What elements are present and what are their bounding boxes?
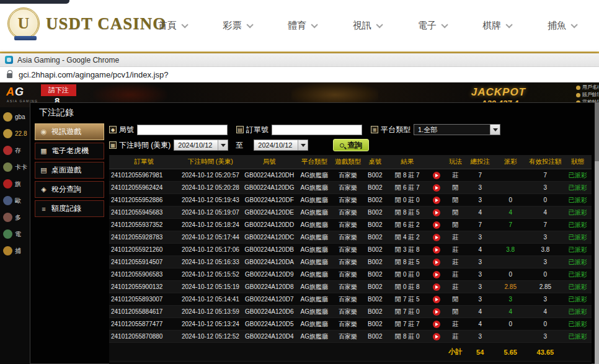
replay-icon[interactable]	[433, 259, 440, 266]
sum-cell: 5.65	[494, 343, 527, 362]
valid-bet-cell: 3	[527, 293, 564, 306]
sum-cell: 54	[466, 362, 494, 364]
rail-item-kaka-hall[interactable]: 卡卡	[0, 159, 29, 175]
payout-cell: 3	[494, 293, 527, 306]
rail-item-label: 旗	[15, 180, 21, 189]
replay-cell	[428, 206, 445, 219]
table-number-cell: B002	[363, 256, 386, 269]
order-number-cell: 241012055967981	[109, 169, 179, 182]
total-bet-cell: 3	[466, 331, 494, 343]
order-number-cell: 241012055962424	[109, 182, 179, 194]
nav-item-label: 體育	[288, 20, 306, 32]
menu-item-table-games[interactable]: ▤桌面遊戲	[35, 162, 104, 179]
sum-cell	[179, 343, 242, 362]
platform-type-cell: AG旗艦廳	[296, 244, 332, 256]
date-to-select[interactable]: 2024/10/12	[254, 140, 308, 151]
menu-item-credit-records[interactable]: ≡額度記錄	[35, 200, 104, 217]
payout-cell: 0	[494, 318, 527, 331]
nav-item-fishing[interactable]: 捕魚	[548, 20, 575, 32]
total-bet-cell: 3	[466, 231, 494, 244]
scrollbar-thumb[interactable]	[595, 102, 599, 161]
bet-time-cell: 2024-10-12 05:18:24	[179, 219, 242, 231]
order-number-cell: 241012055921260	[109, 244, 179, 256]
bet-records-modal: 下注記錄 ◉視訊遊戲▦電子老虎機▤桌面遊戲◈稅分查詢≡額度記錄 ◆ 局號 ▤	[30, 102, 595, 364]
table-row: 2410120559287832024-10-12 05:17:44GB0022…	[109, 231, 592, 244]
order-number-cell: 241012055870880	[109, 331, 179, 343]
rail-item-multi-table[interactable]: 多	[0, 209, 29, 226]
query-button[interactable]: 查詢	[333, 139, 369, 151]
menu-item-score-query[interactable]: ◈稅分查詢	[35, 181, 104, 198]
rail-item-label: 電	[15, 230, 21, 239]
date-to-value: 2024/10/12	[258, 141, 292, 149]
scrollbar[interactable]	[595, 102, 599, 364]
replay-icon[interactable]	[433, 333, 440, 340]
play-type-cell: 莊	[445, 231, 466, 244]
round-number-cell: GB00224A120DD	[242, 219, 296, 231]
play-type-cell: 莊	[445, 269, 466, 281]
replay-icon[interactable]	[433, 197, 440, 204]
rail-item-slots[interactable]: 電	[0, 226, 29, 242]
replay-icon[interactable]	[433, 184, 440, 192]
game-type-cell: 百家樂	[332, 194, 363, 206]
round-number-cell: GB00224A120DE	[242, 206, 296, 219]
nav-item-lottery[interactable]: 彩票	[223, 20, 251, 32]
result-cell: 閒 8 莊 0	[386, 331, 428, 343]
result-cell: 閒 8 莊 7	[386, 169, 428, 182]
round-number-input[interactable]	[137, 125, 228, 135]
slots-icon	[3, 229, 12, 239]
replay-icon[interactable]	[433, 283, 440, 291]
url-text[interactable]: gci.2hhapi.com/agingame/pcv1/index.jsp?	[19, 70, 168, 79]
table-row: 2410120559065832024-10-12 05:15:52GB0022…	[109, 269, 592, 281]
replay-icon[interactable]	[433, 209, 440, 216]
replay-icon[interactable]	[433, 271, 440, 278]
chevron-down-icon	[506, 21, 513, 28]
chrome-urlbar[interactable]: gci.2hhapi.com/agingame/pcv1/index.jsp?	[0, 67, 599, 82]
rail-item-label: 22.8	[15, 130, 27, 137]
replay-cell	[428, 219, 445, 231]
bet-time-cell: 2024-10-12 05:20:57	[179, 169, 242, 182]
table-row: 2410120559456832024-10-12 05:19:07GB0022…	[109, 206, 592, 219]
lock-icon[interactable]	[7, 73, 12, 78]
table-row: 2410120559624242024-10-12 05:20:28GB0022…	[109, 182, 592, 194]
rail-item-balance[interactable]: 22.8	[0, 125, 29, 142]
platform-type-select[interactable]: 1.全部	[414, 124, 500, 135]
nav-item-cards[interactable]: 棋牌	[482, 20, 510, 32]
menu-item-slot-machines[interactable]: ▦電子老虎機	[35, 143, 104, 159]
user-link[interactable]: 用戶名稱	[576, 84, 598, 91]
column-header: 局號	[242, 155, 296, 169]
replay-icon[interactable]	[433, 234, 440, 241]
table-row: 2410120559373522024-10-12 05:18:24GB0022…	[109, 219, 592, 231]
bet-time-cell: 2024-10-12 05:14:41	[179, 293, 242, 306]
account-balance-link[interactable]: 賬戶餘額	[576, 91, 598, 99]
replay-cell	[428, 256, 445, 269]
fishing-icon	[3, 246, 12, 255]
replay-icon[interactable]	[433, 296, 440, 303]
rail-item-deposit[interactable]: 存	[0, 142, 29, 159]
menu-item-video-games[interactable]: ◉視訊遊戲	[35, 123, 104, 140]
order-number-input[interactable]	[272, 125, 362, 135]
replay-icon[interactable]	[433, 172, 440, 179]
replay-icon[interactable]	[433, 221, 440, 229]
round-number-cell: GB00224A120D8	[242, 281, 296, 293]
menu-item-label: 額度記錄	[51, 203, 81, 214]
rail-item-user[interactable]: gba	[0, 109, 29, 125]
sum-cell	[564, 362, 592, 364]
replay-icon[interactable]	[433, 246, 440, 254]
rail-item-fishing[interactable]: 捕	[0, 242, 29, 259]
play-type-cell: 莊	[445, 244, 466, 256]
rail-item-flagship-hall[interactable]: 旗	[0, 175, 29, 192]
nav-item-home[interactable]: 首頁	[158, 20, 186, 32]
date-from-select[interactable]: 2024/10/12	[174, 140, 228, 151]
chrome-popup-window: Asia Gaming - Google Chrome gci.2hhapi.c…	[0, 53, 599, 364]
nav-item-live[interactable]: 視訊	[353, 20, 381, 32]
replay-icon[interactable]	[433, 308, 440, 316]
platform-type-label: ≣ 平台類型	[371, 125, 410, 135]
nav-item-slots[interactable]: 電子	[418, 20, 446, 32]
rail-item-europe-hall[interactable]: 歐	[0, 192, 29, 209]
table-number-cell: B002	[363, 318, 386, 331]
replay-cell	[428, 331, 445, 343]
valid-bet-cell: 4	[527, 206, 564, 219]
replay-icon[interactable]	[433, 321, 440, 328]
status-cell: 已派彩	[564, 318, 592, 331]
nav-item-sports[interactable]: 體育	[288, 20, 316, 32]
